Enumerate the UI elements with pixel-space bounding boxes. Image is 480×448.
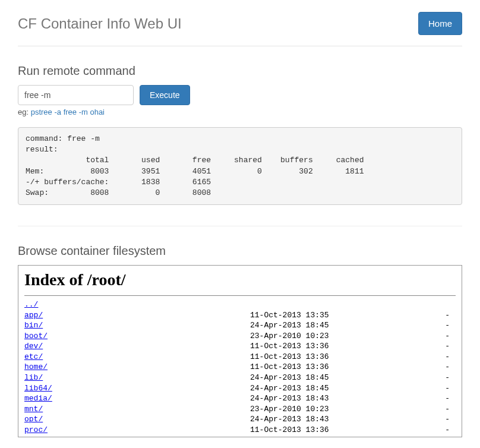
example-link-free[interactable]: free -m: [64, 108, 88, 116]
fs-entry-date: 24-Apr-2013 18:45: [250, 320, 345, 331]
fs-entry-size: -: [345, 393, 456, 404]
fs-row: boot/23-Apr-2010 10:23-: [24, 331, 456, 342]
index-divider: [24, 295, 456, 296]
fs-row: opt/24-Apr-2013 18:43-: [24, 414, 456, 425]
fs-row: bin/24-Apr-2013 18:45-: [24, 320, 456, 331]
fs-entry-link[interactable]: mnt/: [24, 405, 43, 414]
fs-row: root/24-Apr-2013 18:44-: [24, 435, 456, 437]
fs-entry-size: -: [345, 310, 456, 321]
filesystem-panel: Index of /root/ ../app/11-Oct-2013 13:35…: [18, 265, 462, 437]
fs-row: ../: [24, 299, 456, 310]
fs-entry-size: -: [345, 352, 456, 362]
fs-row: dev/11-Oct-2013 13:36-: [24, 341, 456, 352]
example-link-ohai[interactable]: ohai: [90, 108, 105, 116]
browse-fs-heading: Browse container filesystem: [18, 244, 462, 258]
fs-entry-date: 11-Oct-2013 13:35: [250, 310, 345, 321]
fs-row: home/11-Oct-2013 13:36-: [24, 362, 456, 373]
filesystem-listing: ../app/11-Oct-2013 13:35-bin/24-Apr-2013…: [24, 299, 456, 437]
fs-row: lib/24-Apr-2013 18:45-: [24, 373, 456, 383]
fs-row: etc/11-Oct-2013 13:36-: [24, 352, 456, 362]
fs-entry-link[interactable]: lib/: [24, 373, 43, 382]
fs-entry-date: 24-Apr-2013 18:43: [250, 393, 345, 404]
execute-button[interactable]: Execute: [140, 85, 190, 105]
command-result-output: command: free -m result: total used free…: [26, 134, 454, 198]
fs-row: proc/11-Oct-2013 13:36-: [24, 425, 456, 436]
fs-entry-date: 24-Apr-2013 18:43: [250, 414, 345, 425]
fs-entry-size: -: [345, 373, 456, 383]
fs-entry-link[interactable]: bin/: [24, 321, 43, 330]
fs-entry-size: -: [345, 362, 456, 373]
fs-row: lib64/24-Apr-2013 18:45-: [24, 383, 456, 394]
example-link-pstree[interactable]: pstree -a: [31, 108, 61, 116]
fs-entry-link[interactable]: ../: [24, 300, 38, 309]
command-input[interactable]: [18, 85, 134, 105]
command-form: Execute: [18, 85, 462, 105]
fs-entry-link[interactable]: media/: [24, 394, 52, 403]
fs-entry-size: -: [345, 425, 456, 436]
fs-entry-size: -: [345, 341, 456, 352]
fs-entry-date: 24-Apr-2013 18:44: [250, 435, 345, 437]
fs-row: mnt/23-Apr-2010 10:23-: [24, 404, 456, 415]
fs-entry-size: -: [345, 435, 456, 437]
fs-row: app/11-Oct-2013 13:35-: [24, 310, 456, 321]
fs-entry-link[interactable]: opt/: [24, 415, 43, 424]
fs-entry-size: -: [345, 414, 456, 425]
example-prefix: eg:: [18, 108, 31, 116]
fs-entry-size: -: [345, 383, 456, 394]
run-command-heading: Run remote command: [18, 64, 462, 78]
fs-entry-link[interactable]: etc/: [24, 352, 43, 361]
fs-entry-date: 11-Oct-2013 13:36: [250, 425, 345, 436]
fs-entry-date: 24-Apr-2013 18:45: [250, 373, 345, 383]
fs-entry-date: 24-Apr-2013 18:45: [250, 383, 345, 394]
fs-entry-date: 11-Oct-2013 13:36: [250, 352, 345, 362]
fs-entry-link[interactable]: boot/: [24, 332, 48, 340]
fs-entry-date: 23-Apr-2010 10:23: [250, 404, 345, 415]
fs-entry-size: [345, 299, 456, 310]
fs-entry-link[interactable]: proc/: [24, 425, 48, 434]
fs-entry-date: 11-Oct-2013 13:36: [250, 362, 345, 373]
fs-entry-size: -: [345, 331, 456, 342]
fs-entry-size: -: [345, 320, 456, 331]
fs-entry-link[interactable]: home/: [24, 362, 48, 371]
home-button[interactable]: Home: [418, 12, 462, 35]
index-title: Index of /root/: [24, 270, 456, 289]
command-result-box: command: free -m result: total used free…: [18, 127, 462, 205]
fs-entry-link[interactable]: root/: [24, 436, 48, 437]
page-header: CF Container Info Web UI Home: [18, 12, 462, 46]
section-divider: [18, 226, 462, 226]
fs-entry-date: 23-Apr-2010 10:23: [250, 331, 345, 342]
fs-entry-link[interactable]: app/: [24, 311, 43, 320]
example-text: eg: pstree -a free -m ohai: [18, 108, 462, 116]
fs-entry-link[interactable]: lib64/: [24, 384, 52, 393]
brand-title: CF Container Info Web UI: [18, 15, 182, 32]
fs-row: media/24-Apr-2013 18:43-: [24, 393, 456, 404]
fs-entry-size: -: [345, 404, 456, 415]
fs-entry-date: [250, 299, 345, 310]
fs-entry-link[interactable]: dev/: [24, 342, 43, 351]
fs-entry-date: 11-Oct-2013 13:36: [250, 341, 345, 352]
